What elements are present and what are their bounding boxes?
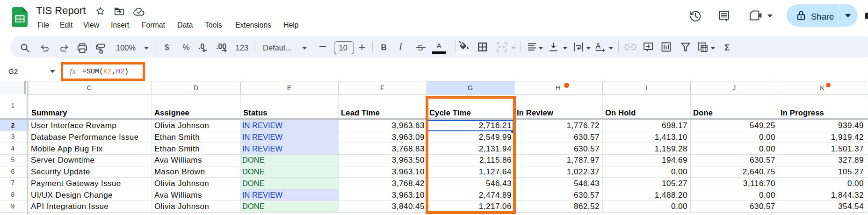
svg-text:.0: .0	[198, 43, 204, 50]
svg-text:A: A	[596, 42, 601, 50]
